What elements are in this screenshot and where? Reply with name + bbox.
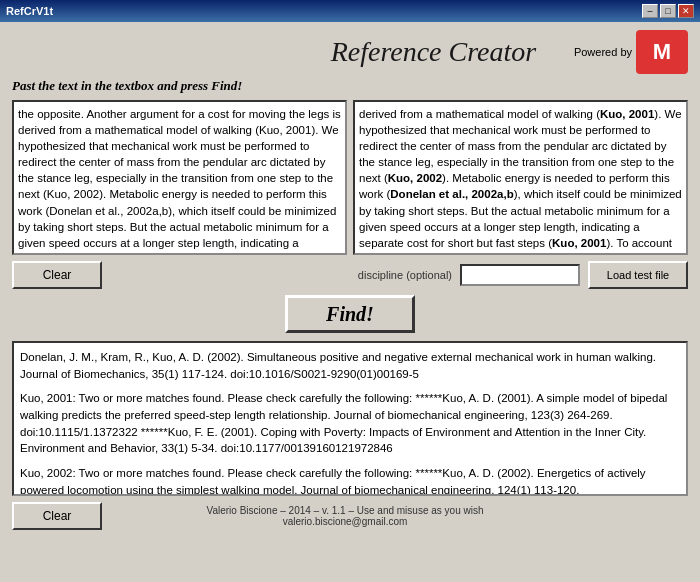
close-button[interactable]: ✕ — [678, 4, 694, 18]
controls-row: Clear discipline (optional) Load test fi… — [12, 261, 688, 289]
mendeley-icon: M — [653, 41, 671, 63]
powered-by-text: Powered by — [574, 46, 632, 58]
discipline-label: discipline (optional) — [358, 269, 452, 281]
window-controls: – □ ✕ — [642, 4, 694, 18]
powered-by: Powered by M — [574, 30, 688, 74]
bottom-clear-button[interactable]: Clear — [12, 502, 102, 530]
text-panels: the opposite. Another argument for a cos… — [12, 100, 688, 255]
load-test-button[interactable]: Load test file — [588, 261, 688, 289]
find-row: Find! — [12, 295, 688, 333]
find-button[interactable]: Find! — [285, 295, 415, 333]
results-panel[interactable]: Donelan, J. M., Kram, R., Kuo, A. D. (20… — [12, 341, 688, 496]
app-header: Reference Creator Powered by M — [12, 30, 688, 74]
bottom-row: Clear Valerio Biscione – 2014 – v. 1.1 –… — [12, 502, 688, 530]
mendeley-logo: M — [636, 30, 688, 74]
window-title: RefCrV1t — [6, 5, 53, 17]
discipline-input[interactable] — [460, 264, 580, 286]
result-item-1: Donelan, J. M., Kram, R., Kuo, A. D. (20… — [20, 349, 680, 382]
main-content: Reference Creator Powered by M Past the … — [0, 22, 700, 538]
footer-credit: Valerio Biscione – 2014 – v. 1.1 – Use a… — [102, 505, 588, 516]
top-clear-button[interactable]: Clear — [12, 261, 102, 289]
maximize-button[interactable]: □ — [660, 4, 676, 18]
left-panel-content: the opposite. Another argument for a cos… — [18, 108, 341, 255]
title-bar: RefCrV1t – □ ✕ — [0, 0, 700, 22]
result-item-2: Kuo, 2001: Two or more matches found. Pl… — [20, 390, 680, 457]
right-text-panel[interactable]: derived from a mathematical model of wal… — [353, 100, 688, 255]
app-title: Reference Creator — [293, 36, 574, 68]
result-item-3: Kuo, 2002: Two or more matches found. Pl… — [20, 465, 680, 496]
minimize-button[interactable]: – — [642, 4, 658, 18]
footer-text: Valerio Biscione – 2014 – v. 1.1 – Use a… — [102, 505, 588, 527]
right-panel-content: derived from a mathematical model of wal… — [359, 108, 682, 255]
left-text-panel[interactable]: the opposite. Another argument for a cos… — [12, 100, 347, 255]
footer-email: valerio.biscione@gmail.com — [102, 516, 588, 527]
instruction-text: Past the text in the textbox and press F… — [12, 78, 688, 94]
